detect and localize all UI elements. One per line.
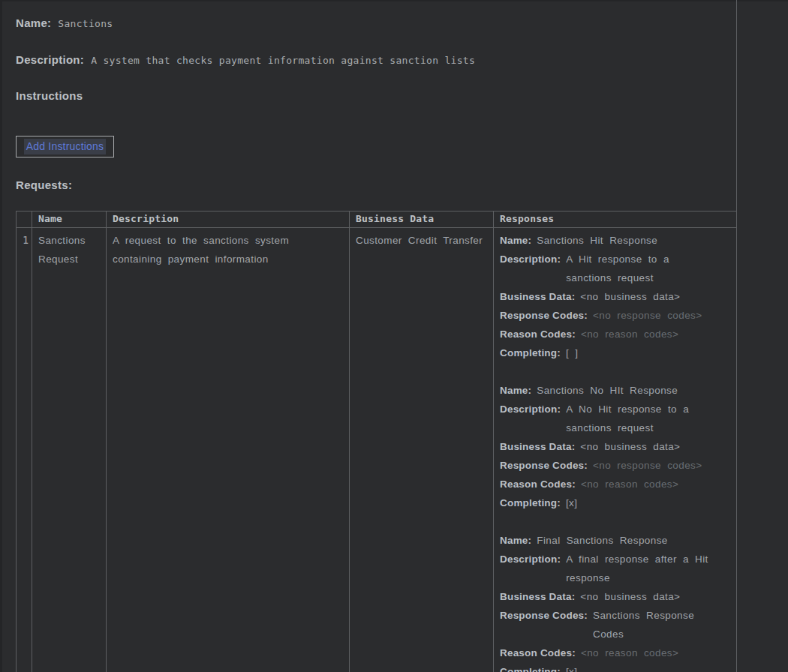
response-block: Name:Sanctions No HIt ResponseDescriptio…: [500, 381, 730, 512]
response-field: Reason Codes:<no reason codes>: [500, 644, 730, 662]
response-field-value: [x]: [566, 494, 730, 512]
response-field: Business Data:<no business data>: [500, 437, 730, 456]
response-field: Response Codes:Sanctions Response Codes: [500, 606, 730, 644]
response-field-value: A No Hit response to a sanctions request: [566, 400, 730, 437]
response-field-value: Final Sanctions Response: [537, 531, 730, 550]
response-field-value: Sanctions Hit Response: [537, 231, 730, 250]
response-field-value: [x]: [566, 662, 730, 672]
instructions-heading: Instructions: [16, 89, 89, 103]
response-field-value: <no reason codes>: [581, 475, 730, 494]
column-header-name: Name: [32, 212, 107, 228]
response-field: Name:Sanctions No HIt Response: [500, 381, 730, 400]
response-field: Name:Sanctions Hit Response: [500, 231, 730, 250]
name-label: Name:: [16, 16, 51, 29]
response-field-label: Description:: [500, 400, 561, 418]
response-field: Response Codes:<no response codes>: [500, 456, 730, 475]
response-field-label: Business Data:: [500, 437, 575, 456]
response-field-label: Business Data:: [500, 587, 575, 606]
cell-business-data: Customer Credit Transfer: [350, 228, 494, 672]
column-header-responses: Responses: [494, 212, 737, 228]
response-field: Description:A final response after a Hit…: [500, 550, 730, 587]
response-field: Response Codes:<no response codes>: [500, 306, 730, 325]
response-field-value: <no response codes>: [593, 456, 730, 475]
column-header-description: Description: [107, 212, 350, 228]
requests-table: Name Description Business Data Responses…: [16, 211, 737, 672]
table-row: 1 Sanctions Request A request to the san…: [17, 228, 737, 672]
response-field-label: Description:: [500, 250, 561, 268]
response-block: Name:Final Sanctions ResponseDescription…: [500, 531, 730, 672]
responses-list: Name:Sanctions Hit ResponseDescription:A…: [500, 231, 730, 672]
response-field-label: Response Codes:: [500, 456, 588, 475]
response-field-value: <no business data>: [580, 587, 730, 606]
response-field: Business Data:<no business data>: [500, 587, 730, 606]
row-number: 1: [17, 228, 32, 672]
cell-request-description: A request to the sanctions system contai…: [107, 228, 350, 672]
description-value: A system that checks payment information…: [91, 55, 475, 66]
response-field-label: Completing:: [500, 494, 561, 512]
response-field: Completing:[x]: [500, 494, 730, 512]
response-field-label: Reason Codes:: [500, 475, 576, 494]
response-field-label: Completing:: [500, 662, 561, 672]
response-field-value: A Hit response to a sanctions request: [566, 250, 730, 287]
cell-responses: Name:Sanctions Hit ResponseDescription:A…: [494, 228, 737, 672]
response-field: Completing:[ ]: [500, 344, 730, 362]
response-field-value: A final response after a Hit response: [566, 550, 730, 587]
response-field-label: Response Codes:: [500, 306, 588, 325]
response-field-value: <no business data>: [580, 437, 730, 456]
response-field-label: Name:: [500, 231, 531, 250]
response-field: Completing:[x]: [500, 662, 730, 672]
response-field-label: Completing:: [500, 344, 561, 362]
response-field-value: Sanctions Response Codes: [593, 606, 730, 644]
response-field: Reason Codes:<no reason codes>: [500, 325, 730, 344]
response-field-value: <no response codes>: [593, 306, 730, 325]
response-field: Name:Final Sanctions Response: [500, 531, 730, 550]
response-field-label: Name:: [500, 381, 531, 400]
response-field-label: Reason Codes:: [500, 325, 576, 344]
requests-heading: Requests:: [16, 178, 79, 192]
system-detail-pane: Name:Sanctions Description:A system that…: [0, 0, 737, 672]
response-field-label: Name:: [500, 531, 531, 550]
row-number-header: [17, 212, 32, 228]
response-field-label: Response Codes:: [500, 606, 588, 625]
response-field: Business Data:<no business data>: [500, 287, 730, 306]
response-field-value: <no reason codes>: [581, 325, 730, 344]
description-label: Description:: [16, 53, 84, 66]
system-name-field: Name:Sanctions: [16, 16, 113, 30]
response-field: Reason Codes:<no reason codes>: [500, 475, 730, 494]
response-field-label: Description:: [500, 550, 561, 568]
add-instructions-button-label: Add Instructions: [24, 139, 107, 154]
requests-table-header-row: Name Description Business Data Responses: [17, 212, 737, 228]
cell-request-name: Sanctions Request: [32, 228, 107, 672]
system-description-field: Description:A system that checks payment…: [16, 53, 475, 67]
response-block: Name:Sanctions Hit ResponseDescription:A…: [500, 231, 730, 362]
response-field-value: <no reason codes>: [581, 644, 730, 662]
response-field-value: Sanctions No HIt Response: [537, 381, 730, 400]
response-field-value: [ ]: [566, 344, 730, 362]
response-field: Description:A No Hit response to a sanct…: [500, 400, 730, 437]
add-instructions-button[interactable]: Add Instructions: [16, 136, 114, 158]
response-field-label: Reason Codes:: [500, 644, 576, 662]
name-value: Sanctions: [58, 18, 113, 29]
response-field-value: <no business data>: [580, 287, 730, 306]
column-header-business-data: Business Data: [350, 212, 494, 228]
response-field-label: Business Data:: [500, 287, 575, 306]
response-field: Description:A Hit response to a sanction…: [500, 250, 730, 287]
